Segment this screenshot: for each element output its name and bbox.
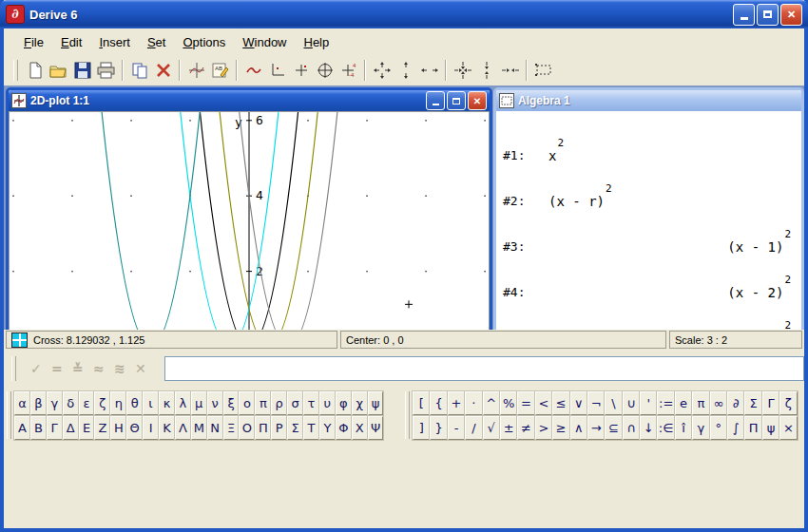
math-panel-grip[interactable] <box>405 391 410 439</box>
greek-upper-button[interactable]: Τ <box>303 416 319 440</box>
zoom-in-both-icon[interactable] <box>451 59 474 83</box>
greek-upper-button[interactable]: Α <box>14 416 30 440</box>
math-symbol-button[interactable]: ψ <box>762 416 779 440</box>
zoom-out-horizontal-icon[interactable] <box>417 59 441 83</box>
expression-4[interactable]: (x - 2)2 <box>727 278 791 303</box>
author-button[interactable]: ✓ <box>26 361 47 376</box>
math-symbol-button[interactable]: ∩ <box>623 416 640 440</box>
author-approximate-button[interactable]: ≋ <box>109 361 130 376</box>
math-symbol-button[interactable]: ^ <box>483 391 500 415</box>
math-symbol-button[interactable]: Γ <box>762 391 779 415</box>
math-symbol-button[interactable]: ≤ <box>552 391 569 415</box>
greek-lower-button[interactable]: ψ <box>368 391 384 415</box>
math-symbol-button[interactable]: } <box>430 416 447 440</box>
simplify-button[interactable]: = <box>47 361 67 376</box>
greek-lower-button[interactable]: ε <box>79 391 95 415</box>
math-symbol-button[interactable]: ' <box>640 391 657 415</box>
menu-edit[interactable]: Edit <box>52 32 90 52</box>
math-symbol-button[interactable]: ⊆ <box>605 416 622 440</box>
math-symbol-button[interactable]: ≠ <box>517 416 534 440</box>
greek-upper-button[interactable]: Υ <box>319 416 336 440</box>
greek-lower-button[interactable]: π <box>255 391 271 415</box>
greek-upper-button[interactable]: Κ <box>159 416 175 440</box>
math-symbol-button[interactable]: Σ <box>744 391 761 415</box>
greek-lower-button[interactable]: γ <box>47 391 63 415</box>
math-symbol-button[interactable]: γ <box>692 416 709 440</box>
greek-upper-button[interactable]: Σ <box>287 416 303 440</box>
save-icon[interactable] <box>70 59 94 83</box>
math-symbol-button[interactable]: Π <box>744 416 761 440</box>
greek-lower-button[interactable]: μ <box>191 391 207 415</box>
approximate-button[interactable]: ≈ <box>88 361 109 376</box>
plot-maximize-button[interactable] <box>447 91 466 110</box>
copy-icon[interactable] <box>127 59 151 83</box>
menu-options[interactable]: Options <box>174 32 234 52</box>
math-symbol-button[interactable]: π <box>692 391 709 415</box>
greek-lower-button[interactable]: φ <box>336 391 352 415</box>
delete-icon[interactable] <box>151 59 175 83</box>
clear-entry-button[interactable]: ✕ <box>130 361 151 376</box>
math-symbol-button[interactable]: ∪ <box>623 391 640 415</box>
math-symbol-button[interactable]: · <box>465 391 482 415</box>
greek-lower-button[interactable]: η <box>110 391 126 415</box>
greek-lower-button[interactable]: ζ <box>94 391 110 415</box>
math-symbol-button[interactable]: < <box>535 391 552 415</box>
menu-set[interactable]: Set <box>139 32 175 52</box>
math-symbol-button[interactable]: - <box>448 416 465 440</box>
greek-upper-button[interactable]: Χ <box>352 416 368 440</box>
greek-lower-button[interactable]: λ <box>175 391 191 415</box>
menu-help[interactable]: Help <box>296 32 338 52</box>
cross-point-icon[interactable] <box>289 59 313 83</box>
expression-input[interactable] <box>164 356 804 381</box>
greek-upper-button[interactable]: Ν <box>207 416 223 440</box>
plot-window-titlebar[interactable]: 2D-plot 1:1 ✕ <box>9 90 490 111</box>
close-button[interactable]: ✕ <box>780 4 802 26</box>
greek-lower-button[interactable]: β <box>30 391 47 415</box>
annotate-icon[interactable]: AB <box>208 59 232 83</box>
expression-2[interactable]: (x - r)2 <box>548 187 612 212</box>
greek-lower-button[interactable]: τ <box>303 391 319 415</box>
greek-upper-button[interactable]: Ξ <box>223 416 240 440</box>
math-symbol-button[interactable]: \ <box>605 391 622 415</box>
math-symbol-button[interactable]: > <box>535 416 552 440</box>
print-icon[interactable] <box>94 59 118 83</box>
greek-lower-button[interactable]: υ <box>319 391 336 415</box>
insert-plot-icon[interactable] <box>241 59 265 83</box>
greek-lower-button[interactable]: ι <box>143 391 159 415</box>
menu-insert[interactable]: Insert <box>90 32 139 52</box>
math-symbol-button[interactable]: ≥ <box>552 416 569 440</box>
set-range-icon[interactable]: 4-4 <box>337 59 360 83</box>
center-origin-icon[interactable] <box>265 59 289 83</box>
math-symbol-button[interactable]: { <box>430 391 447 415</box>
math-symbol-button[interactable]: / <box>465 416 482 440</box>
greek-upper-button[interactable]: Π <box>255 416 271 440</box>
greek-lower-button[interactable]: σ <box>287 391 303 415</box>
menu-window[interactable]: Window <box>234 32 295 52</box>
entry-toolbar-grip[interactable] <box>11 356 16 381</box>
zoom-in-horizontal-icon[interactable] <box>498 59 522 83</box>
greek-upper-button[interactable]: Δ <box>63 416 79 440</box>
math-symbol-button[interactable]: := <box>657 391 674 415</box>
greek-lower-button[interactable]: ο <box>239 391 255 415</box>
greek-upper-button[interactable]: Ζ <box>94 416 110 440</box>
greek-upper-button[interactable]: Ε <box>79 416 95 440</box>
greek-lower-button[interactable]: ρ <box>271 391 287 415</box>
plot-close-button[interactable]: ✕ <box>468 91 487 110</box>
grid-icon[interactable] <box>313 59 337 83</box>
math-symbol-button[interactable]: ° <box>710 416 727 440</box>
greek-upper-button[interactable]: Φ <box>336 416 352 440</box>
greek-upper-button[interactable]: Ρ <box>271 416 287 440</box>
greek-upper-button[interactable]: Γ <box>47 416 63 440</box>
math-symbol-button[interactable]: e <box>675 391 692 415</box>
math-symbol-button[interactable]: ∂ <box>727 391 744 415</box>
greek-upper-button[interactable]: Ι <box>143 416 159 440</box>
greek-upper-button[interactable]: Η <box>110 416 126 440</box>
toolbar-grip[interactable] <box>13 60 18 81</box>
greek-panel-grip[interactable] <box>7 391 11 439</box>
greek-lower-button[interactable]: θ <box>126 391 143 415</box>
expression-1[interactable]: x2 <box>548 142 564 166</box>
math-symbol-button[interactable]: :∈ <box>657 416 674 440</box>
open-folder-icon[interactable] <box>47 59 70 83</box>
math-symbol-button[interactable]: ∨ <box>570 391 587 415</box>
greek-upper-button[interactable]: Μ <box>191 416 207 440</box>
